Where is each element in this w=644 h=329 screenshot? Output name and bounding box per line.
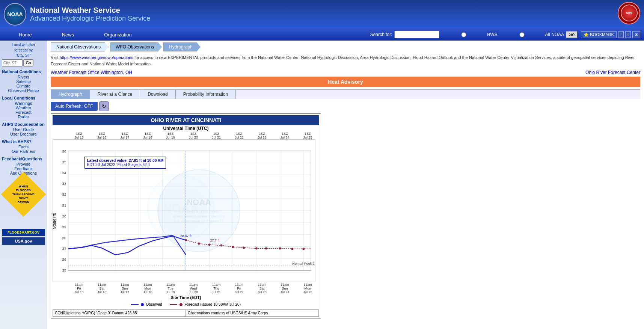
time-labels-bottom-hours: 11am 11am 11am 11am 11am 11am 11am 11am …: [53, 283, 319, 287]
tab-hydrograph[interactable]: Hydrograph: [51, 90, 90, 99]
flood-sign-container: WHENFLOODEDTURN AROUNDDON'TDROWN: [1, 172, 46, 217]
svg-point-42: [243, 246, 245, 249]
svg-text:33: 33: [62, 181, 67, 186]
breadcrumb-wfo-obs[interactable]: WFO Observations: [110, 42, 162, 51]
svg-text:U.S. DEPARTMENT OF COMMERCE: U.S. DEPARTMENT OF COMMERCE: [174, 220, 223, 223]
sidebar-weather-link[interactable]: Weather: [2, 106, 45, 110]
chart-footer-obs: Observations courtesy of USGS/US Army Co…: [186, 310, 319, 316]
svg-text:36: 36: [62, 149, 67, 153]
svg-point-46: [291, 248, 293, 250]
page-header: NOAA National Weather Service Advanced H…: [0, 0, 644, 29]
svg-point-41: [232, 246, 234, 248]
local-weather-section: Local weatherforecast by"City, ST" Go: [2, 42, 45, 66]
svg-point-45: [279, 247, 281, 249]
sidebar-observed-precip-link[interactable]: Observed Precip: [2, 88, 45, 93]
service-title: Advanced Hydrologic Prediction Service: [30, 15, 150, 23]
chart-svg: 25 26 27 28 29 30 31 32 33 34 35 36: [53, 140, 315, 282]
chart-title: OHIO RIVER AT CINCINNATI: [53, 115, 319, 125]
auto-refresh-row: Auto Refresh: OFF ↻: [51, 101, 640, 111]
svg-text:Normal Pool: 25.4': Normal Pool: 25.4': [292, 262, 315, 266]
bookmark-button[interactable]: ⭐ BOOKMARK: [581, 31, 617, 38]
radio-nws[interactable]: [441, 32, 486, 37]
chart-container: OHIO RIVER AT CINCINNATI Universal Time …: [51, 113, 321, 318]
title-block: National Weather Service Advanced Hydrol…: [30, 6, 150, 23]
email-icon[interactable]: ✉: [632, 31, 640, 38]
sidebar-radar-link[interactable]: Radar: [2, 115, 45, 119]
ohio-river-forecast-center-link[interactable]: Ohio River Forecast Center: [585, 70, 640, 75]
sidebar-user-brochure-link[interactable]: User Brochure: [2, 132, 45, 136]
local-conditions-section: Local Conditions Warnings Weather Foreca…: [2, 96, 45, 119]
main-layout: Local weatherforecast by"City, ST" Go Na…: [0, 41, 644, 329]
svg-text:32: 32: [62, 192, 67, 196]
sidebar-user-guide-link[interactable]: User Guide: [2, 127, 45, 132]
noaa-logo: NOAA: [4, 3, 26, 26]
forecast-legend-label: Forecast (issued 10:58AM Jul 20): [184, 302, 241, 306]
forecast-legend-line: [170, 304, 177, 305]
svg-text:NOAA: NOAA: [187, 198, 211, 207]
city-go-button[interactable]: Go: [23, 59, 33, 66]
sidebar-our-partners-link[interactable]: Our Partners: [2, 149, 45, 154]
sidebar-satellite-link[interactable]: Satellite: [2, 79, 45, 84]
nav-organization[interactable]: Organization: [89, 30, 147, 40]
chart-subtitle: Universal Time (UTC): [53, 125, 319, 132]
refresh-button[interactable]: ↻: [99, 101, 109, 111]
what-is-ahps-section: What is AHPS? Facts Our Partners: [2, 139, 45, 154]
navigation-bar: Home News Organization Search for: NWS A…: [0, 29, 644, 41]
radio-allnoaa-label[interactable]: All NOAA: [499, 32, 564, 37]
facebook-icon[interactable]: f: [618, 31, 624, 38]
sidebar-provide-feedback-link[interactable]: ProvideFeedback: [2, 162, 45, 171]
sidebar: Local weatherforecast by"City, ST" Go Na…: [0, 41, 47, 329]
floodsmart-banner[interactable]: FLOODSMART.GOV: [2, 229, 45, 236]
sidebar-climate-link[interactable]: Climate: [2, 84, 45, 88]
owp-operations-link[interactable]: https://www.weather.gov/owp/operations: [60, 55, 133, 60]
tab-probability-information[interactable]: Probability Information: [176, 90, 236, 99]
chart-footer-ccn: CCN01(plotting HGIRG) "Gage 0" Datum: 42…: [53, 310, 186, 316]
chart-data-footer: CCN01(plotting HGIRG) "Gage 0" Datum: 42…: [53, 309, 319, 317]
observed-legend-line: [131, 304, 139, 305]
forecast-legend-dot: [179, 303, 182, 306]
local-conditions-title: Local Conditions: [2, 96, 45, 100]
observed-legend-dot: [141, 303, 144, 306]
radio-all-noaa[interactable]: [499, 32, 544, 37]
auto-refresh-button[interactable]: Auto Refresh: OFF: [51, 102, 98, 111]
radio-nws-label[interactable]: NWS: [441, 32, 498, 37]
svg-point-44: [265, 247, 267, 249]
svg-text:ATMOSPHERIC ADMINISTRATION: ATMOSPHERIC ADMINISTRATION: [173, 215, 225, 218]
svg-text:NATIONAL OCEANIC AND: NATIONAL OCEANIC AND: [179, 210, 219, 213]
links-row: Weather Forecast Office Wilmington, OH O…: [51, 70, 640, 75]
search-go-button[interactable]: Go: [566, 31, 577, 38]
svg-text:29: 29: [62, 225, 67, 229]
agency-title: National Weather Service: [30, 6, 150, 15]
nav-news[interactable]: News: [47, 30, 89, 40]
twitter-icon[interactable]: t: [625, 31, 631, 38]
time-labels-bottom-days: FriJul 15 SatJul 16 SunJul 17 MonJul 18 …: [53, 287, 319, 294]
search-input[interactable]: [394, 31, 439, 38]
svg-text:30: 30: [62, 214, 67, 218]
sidebar-facts-link[interactable]: Facts: [2, 145, 45, 149]
svg-point-43: [255, 247, 258, 249]
svg-point-47: [302, 248, 305, 250]
breadcrumb-national-obs[interactable]: National Observations: [51, 42, 109, 51]
local-weather-label: Local weatherforecast by"City, ST": [2, 42, 45, 58]
main-content: National Observations WFO Observations H…: [47, 41, 644, 329]
svg-text:27: 27: [62, 246, 67, 251]
wfo-wilmington-link[interactable]: Weather Forecast Office Wilmington, OH: [51, 70, 132, 75]
chart-area: NOAA NATIONAL OCEANIC ANDATMOSPHERIC ADM…: [53, 139, 315, 282]
search-section: Search for: NWS All NOAA Go: [370, 31, 577, 38]
nav-home[interactable]: Home: [4, 30, 47, 40]
breadcrumb-hydrograph[interactable]: Hydrograph: [163, 42, 201, 51]
site-time-label: Site Time (EDT): [53, 294, 319, 301]
tab-download[interactable]: Download: [140, 90, 175, 99]
sidebar-warnings-link[interactable]: Warnings: [2, 101, 45, 106]
sidebar-rivers-link[interactable]: Rivers: [2, 75, 45, 79]
content-tab-bar: Hydrograph River at a Glance Download Pr…: [51, 89, 640, 99]
nws-badge: NWS: [626, 12, 632, 14]
usagov-banner[interactable]: USA.gov: [2, 237, 45, 245]
sidebar-forecast-link[interactable]: Forecast: [2, 110, 45, 115]
svg-text:34: 34: [62, 171, 67, 175]
what-is-ahps-title: What is AHPS?: [2, 139, 45, 144]
tab-river-at-a-glance[interactable]: River at a Glance: [90, 90, 140, 99]
national-conditions-title: National Conditions: [2, 69, 45, 74]
city-input[interactable]: [2, 59, 23, 66]
svg-text:26: 26: [62, 257, 67, 261]
